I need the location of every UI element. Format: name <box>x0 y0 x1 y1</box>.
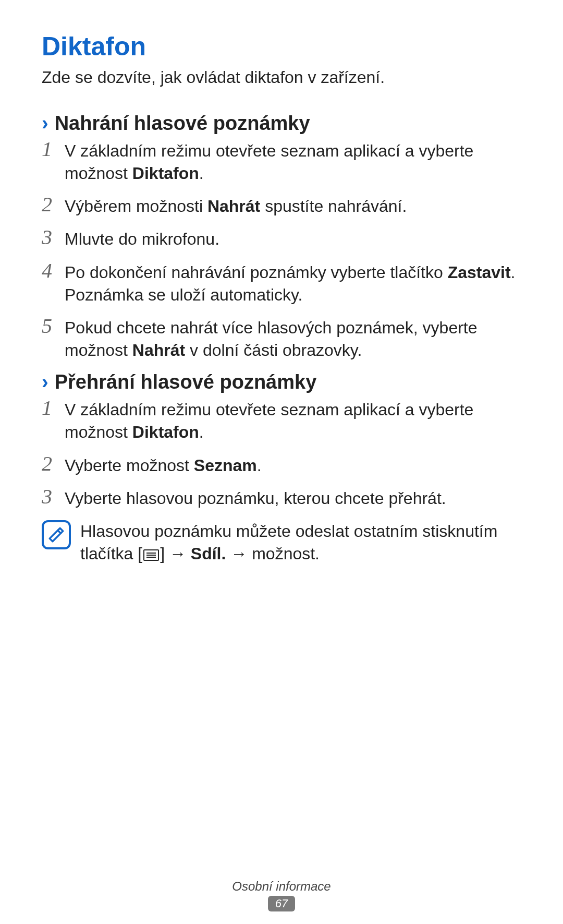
section-heading-text: Nahrání hlasové poznámky <box>55 112 310 135</box>
page-title: Diktafon <box>42 31 521 62</box>
page-number: 67 <box>268 896 295 911</box>
step-text: Mluvte do mikrofonu. <box>65 227 521 250</box>
step-text: V základním režimu otevřete seznam aplik… <box>65 398 521 443</box>
step-2: 2 Vyberte možnost Seznam. <box>42 453 521 477</box>
section-heading-playback: › Přehrání hlasové poznámky <box>42 371 521 393</box>
step-text: Po dokončení nahrávání poznámky vyberte … <box>65 260 521 306</box>
text-bold: Diktafon <box>132 423 199 441</box>
section-heading-text: Přehrání hlasové poznámky <box>55 371 317 393</box>
text-fragment: . <box>199 164 204 183</box>
step-1: 1 V základním režimu otevřete seznam apl… <box>42 398 521 443</box>
step-number: 1 <box>42 398 65 418</box>
step-number: 2 <box>42 194 65 215</box>
page-footer: Osobní informace 67 <box>0 879 563 911</box>
text-fragment: . <box>199 423 204 441</box>
step-number: 3 <box>42 486 65 507</box>
text-bold: Nahrát <box>132 341 185 359</box>
text-bold: Nahrát <box>207 197 260 215</box>
intro-text: Zde se dozvíte, jak ovládat diktafon v z… <box>42 66 521 89</box>
step-3: 3 Mluvte do mikrofonu. <box>42 227 521 250</box>
text-bold: Sdíl. <box>191 544 226 563</box>
text-bold: Zastavit <box>448 263 511 282</box>
step-number: 4 <box>42 260 65 281</box>
note-text: Hlasovou poznámku můžete odeslat ostatní… <box>80 520 521 565</box>
chevron-icon: › <box>42 112 48 135</box>
step-4: 4 Po dokončení nahrávání poznámky vybert… <box>42 260 521 306</box>
text-bold: Seznam <box>194 456 257 475</box>
step-number: 3 <box>42 227 65 248</box>
text-fragment: V základním režimu otevřete seznam aplik… <box>65 400 473 441</box>
text-fragment: Po dokončení nahrávání poznámky vyberte … <box>65 263 448 282</box>
step-number: 1 <box>42 139 65 160</box>
footer-label: Osobní informace <box>0 879 563 894</box>
text-fragment: → možnost. <box>226 544 320 563</box>
text-fragment: v dolní části obrazovky. <box>185 341 362 359</box>
text-fragment: Výběrem možnosti <box>65 197 207 215</box>
step-text: Vyberte hlasovou poznámku, kterou chcete… <box>65 486 521 510</box>
page-content: Diktafon Zde se dozvíte, jak ovládat dik… <box>0 0 563 565</box>
note-row: Hlasovou poznámku můžete odeslat ostatní… <box>42 520 521 565</box>
step-5: 5 Pokud chcete nahrát více hlasových poz… <box>42 316 521 362</box>
step-3: 3 Vyberte hlasovou poznámku, kterou chce… <box>42 486 521 510</box>
step-number: 2 <box>42 453 65 474</box>
text-fragment: . <box>257 456 262 475</box>
menu-icon <box>143 549 159 561</box>
text-fragment: ] → <box>160 544 191 563</box>
step-text: Vyberte možnost Seznam. <box>65 453 521 477</box>
step-text: Pokud chcete nahrát více hlasových pozná… <box>65 316 521 362</box>
note-icon <box>42 520 71 549</box>
step-text: Výběrem možnosti Nahrát spustíte nahrává… <box>65 194 521 218</box>
text-fragment: V základním režimu otevřete seznam aplik… <box>65 141 473 183</box>
text-fragment: spustíte nahrávání. <box>260 197 407 215</box>
step-number: 5 <box>42 316 65 337</box>
step-text: V základním režimu otevřete seznam aplik… <box>65 139 521 185</box>
text-fragment: Vyberte možnost <box>65 456 194 475</box>
section-heading-record: › Nahrání hlasové poznámky <box>42 112 521 135</box>
step-2: 2 Výběrem možnosti Nahrát spustíte nahrá… <box>42 194 521 218</box>
chevron-icon: › <box>42 371 48 393</box>
text-bold: Diktafon <box>132 164 199 183</box>
step-1: 1 V základním režimu otevřete seznam apl… <box>42 139 521 185</box>
